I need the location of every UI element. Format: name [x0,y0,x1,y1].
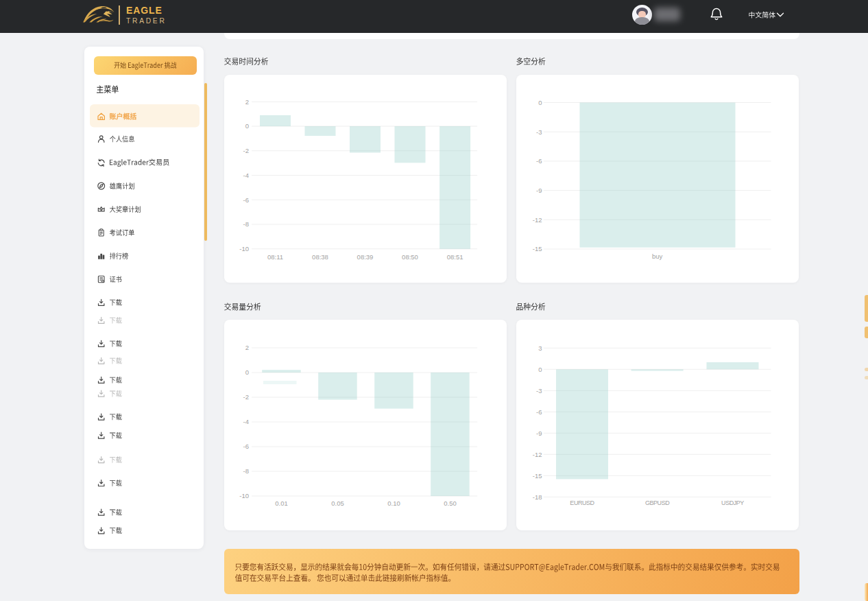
svg-text:-6: -6 [243,443,249,450]
svg-text:2: 2 [245,98,249,106]
svg-text:-15: -15 [533,245,542,252]
svg-text:08:51: 08:51 [447,253,463,261]
svg-text:08:39: 08:39 [357,253,374,261]
svg-text:-4: -4 [243,418,249,425]
svg-text:3: 3 [538,344,542,352]
svg-text:-15: -15 [533,472,542,480]
svg-text:-9: -9 [536,429,542,437]
svg-text:USDJPY: USDJPY [721,499,744,506]
svg-text:0: 0 [245,368,249,376]
svg-text:0: 0 [538,366,542,373]
svg-text:08:11: 08:11 [267,253,283,261]
svg-text:-2: -2 [243,393,249,401]
svg-text:EAGLE: EAGLE [126,5,162,16]
svg-text:buy: buy [652,252,663,260]
svg-text:-3: -3 [536,128,542,136]
svg-text:-10: -10 [239,492,249,499]
svg-text:-18: -18 [533,493,542,501]
svg-text:0.01: 0.01 [275,499,288,507]
svg-text:08:38: 08:38 [312,253,328,261]
svg-text:-6: -6 [536,408,542,416]
svg-text:TRADER: TRADER [126,17,167,25]
svg-text:0: 0 [245,122,249,130]
svg-text:-8: -8 [243,467,249,475]
svg-text:-8: -8 [243,220,249,228]
svg-text:GBPUSD: GBPUSD [645,499,670,506]
svg-text:-9: -9 [536,187,542,194]
svg-text:-10: -10 [239,245,249,252]
svg-text:EURUSD: EURUSD [570,499,594,506]
svg-text:-6: -6 [243,196,249,204]
svg-text:2: 2 [245,344,249,351]
svg-text:-3: -3 [536,387,542,394]
svg-text:0.10: 0.10 [387,499,400,507]
svg-text:0.05: 0.05 [331,499,344,507]
svg-text:-2: -2 [243,147,249,154]
svg-text:08:50: 08:50 [402,253,418,261]
svg-text:-12: -12 [533,216,542,224]
svg-text:-12: -12 [533,451,542,458]
svg-text:-4: -4 [243,172,249,179]
svg-text:0.50: 0.50 [444,499,457,507]
svg-text:0: 0 [538,99,542,106]
svg-text:-6: -6 [536,157,542,165]
